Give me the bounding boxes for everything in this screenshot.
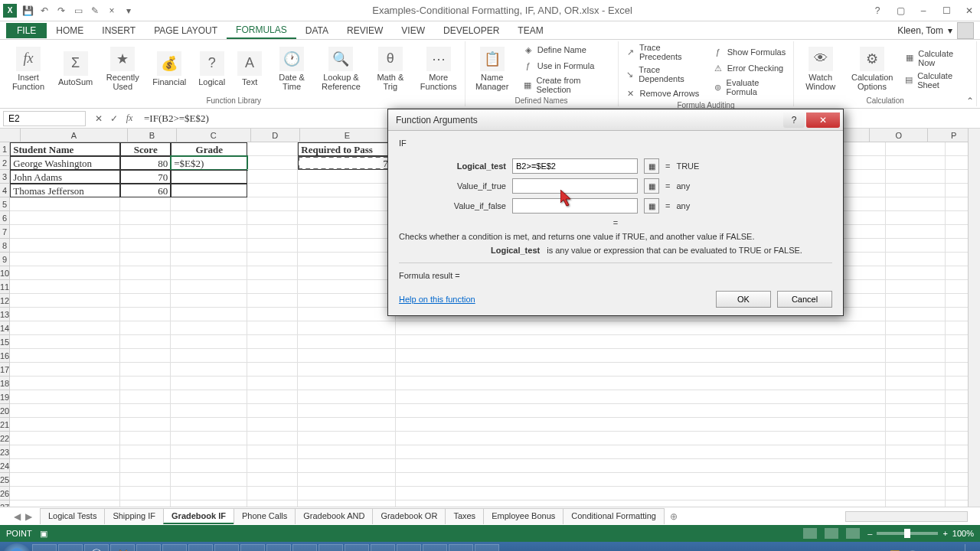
cell[interactable] [298, 377, 396, 390]
cell[interactable] [396, 487, 886, 500]
cell[interactable] [247, 335, 298, 349]
cell[interactable] [120, 266, 171, 280]
cell[interactable] [120, 253, 171, 266]
cell[interactable] [886, 142, 946, 156]
cell[interactable] [886, 280, 946, 294]
row-header-20[interactable]: 20 [0, 404, 10, 418]
tab-home[interactable]: HOME [47, 23, 93, 38]
cell[interactable]: Score [120, 142, 171, 156]
task-app8-icon[interactable]: ◪ [475, 544, 499, 551]
cell[interactable] [10, 253, 120, 266]
cell[interactable] [298, 473, 396, 487]
financial-button[interactable]: 💰Financial [148, 50, 191, 88]
col-header-a[interactable]: A [21, 129, 128, 142]
task-onenote-icon[interactable]: N [266, 544, 291, 551]
cell[interactable] [10, 280, 120, 294]
cell[interactable] [298, 239, 396, 253]
view-normal-icon[interactable] [803, 528, 817, 539]
sheet-tab[interactable]: Gradebook AND [295, 508, 373, 524]
task-app6-icon[interactable]: ◩ [423, 544, 447, 551]
cell[interactable] [247, 349, 298, 363]
row-header-2[interactable]: 2 [0, 156, 10, 170]
cell[interactable] [120, 197, 171, 211]
cell[interactable] [171, 253, 247, 266]
name-box[interactable] [3, 111, 86, 126]
cell[interactable] [10, 239, 120, 253]
cell[interactable] [247, 404, 298, 418]
row-header-6[interactable]: 6 [0, 211, 10, 225]
row-header-21[interactable]: 21 [0, 418, 10, 432]
cell[interactable] [298, 487, 396, 500]
cell[interactable] [886, 377, 946, 390]
cell[interactable] [10, 487, 120, 500]
cell[interactable]: John Adams [10, 170, 120, 184]
task-app2-icon[interactable]: ▦ [292, 544, 317, 551]
horizontal-scrollbar[interactable] [845, 511, 968, 522]
cancel-button[interactable]: Cancel [777, 291, 832, 308]
task-outlook-icon[interactable]: ✉ [32, 544, 57, 551]
cell[interactable] [886, 500, 946, 507]
cell[interactable] [171, 280, 247, 294]
qat-more-icon[interactable]: ▾ [122, 5, 135, 17]
cell[interactable]: Required to Pass [298, 142, 396, 156]
task-app5-icon[interactable]: ▣ [371, 544, 395, 551]
date-time-button[interactable]: 🕐Date & Time [270, 45, 314, 93]
cell[interactable] [247, 225, 298, 239]
tab-team[interactable]: TEAM [508, 23, 552, 38]
cell[interactable] [10, 445, 120, 459]
row-header-8[interactable]: 8 [0, 239, 10, 253]
row-header-13[interactable]: 13 [0, 308, 10, 321]
cell[interactable]: George Washington [10, 156, 120, 170]
cell[interactable] [120, 500, 171, 507]
arg2-ref-icon[interactable]: ▦ [644, 178, 659, 194]
tab-formulas[interactable]: FORMULAS [227, 22, 296, 39]
cell[interactable] [298, 266, 396, 280]
sheet-tab[interactable]: Employee Bonus [483, 508, 564, 524]
cell[interactable]: =$E$2) [171, 156, 247, 170]
cell[interactable] [298, 253, 396, 266]
text-button[interactable]: AText [233, 50, 266, 88]
cell[interactable] [171, 170, 247, 184]
arg2-input[interactable] [512, 178, 638, 194]
row-header-7[interactable]: 7 [0, 225, 10, 239]
cell[interactable] [10, 404, 120, 418]
cell[interactable]: Thomas Jefferson [10, 184, 120, 197]
row-header-25[interactable]: 25 [0, 473, 10, 487]
cell[interactable] [171, 197, 247, 211]
sheet-tab[interactable]: Logical Tests [40, 508, 105, 524]
sheet-tab[interactable]: Taxes [445, 508, 484, 524]
redo-icon[interactable]: ↷ [55, 5, 67, 17]
row-header-24[interactable]: 24 [0, 459, 10, 473]
cell[interactable] [886, 321, 946, 335]
task-explorer-icon[interactable]: 📁 [58, 544, 83, 551]
task-excel-icon[interactable]: X [214, 544, 239, 551]
sheet-tab[interactable]: Gradebook IF [163, 508, 234, 524]
cell[interactable] [396, 363, 886, 377]
cell[interactable] [171, 473, 247, 487]
recently-used-button[interactable]: ★Recently Used [100, 45, 145, 93]
task-powerpoint-icon[interactable]: P [240, 544, 265, 551]
row-header-14[interactable]: 14 [0, 321, 10, 335]
cell[interactable] [171, 211, 247, 225]
cell[interactable] [298, 211, 396, 225]
select-all-corner[interactable] [0, 129, 21, 142]
arg3-input[interactable] [512, 198, 638, 214]
sheet-nav-next-icon[interactable]: ▶ [25, 511, 32, 522]
view-pagebreak-icon[interactable] [846, 528, 860, 539]
show-formulas-button[interactable]: ƒShow Formulas [709, 44, 791, 60]
macro-record-icon[interactable]: ▣ [40, 529, 47, 539]
sheet-tab[interactable]: Gradebook OR [372, 508, 446, 524]
cell[interactable] [120, 335, 171, 349]
task-app7-icon[interactable]: ▤ [449, 544, 473, 551]
cell[interactable] [171, 266, 247, 280]
task-filezilla-icon[interactable]: Fz [397, 544, 421, 551]
cell[interactable] [298, 294, 396, 308]
cell[interactable] [171, 321, 247, 335]
row-header-11[interactable]: 11 [0, 280, 10, 294]
zoom-out-icon[interactable]: – [867, 529, 872, 538]
cell[interactable] [171, 308, 247, 321]
row-header-5[interactable]: 5 [0, 197, 10, 211]
cell[interactable] [886, 184, 946, 197]
cell[interactable] [10, 349, 120, 363]
cell[interactable] [10, 500, 120, 507]
